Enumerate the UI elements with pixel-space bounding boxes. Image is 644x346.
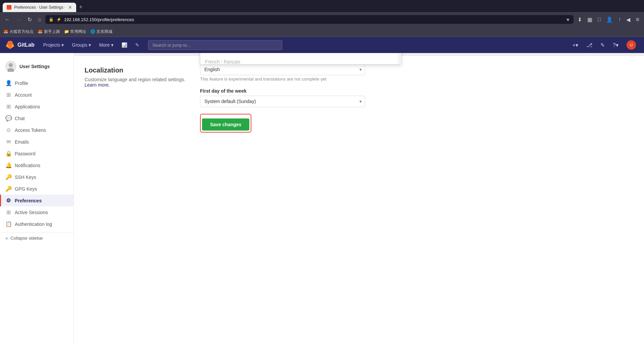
bookmark-item[interactable]: 📁 常用网址 — [64, 29, 86, 35]
nav-more[interactable]: More ▾ — [96, 40, 117, 50]
active-sessions-icon: ⊞ — [5, 209, 11, 215]
download-icon[interactable]: ⬇ — [576, 15, 584, 24]
week-label: First day of the week — [200, 88, 365, 94]
browser-chrome: Preferences · User Settings · ✕ + ← → ↻ … — [0, 0, 644, 37]
sidebar-avatar — [5, 61, 16, 72]
language-dropdown: Bulgarian - български Chinese, Simplifie… — [200, 53, 401, 64]
toolbar-right: ⬇ ▦ □ 👤 ↑ ◀ ≡ — [576, 15, 641, 24]
dropdown-scrollbar[interactable] — [398, 53, 401, 64]
nav-projects[interactable]: Projects ▾ — [40, 40, 67, 50]
user-avatar-button[interactable]: U — [624, 39, 639, 51]
ssh-keys-icon: 🔑 — [5, 174, 11, 180]
notifications-icon: 🔔 — [5, 162, 11, 168]
sidebar-item-label: Password — [15, 151, 35, 156]
preferences-icon: ⚙ — [5, 197, 11, 204]
chevron-down-icon: ▾ — [61, 42, 64, 48]
sidebar-item-gpg-keys[interactable]: 🔑 GPG Keys — [0, 183, 73, 195]
bookmark-item[interactable]: 🌐 京东商城 — [90, 29, 112, 35]
nav-groups[interactable]: Groups ▾ — [68, 40, 94, 50]
active-tab[interactable]: Preferences · User Settings · ✕ — [3, 3, 76, 12]
collapse-sidebar-button[interactable]: « Collapse sidebar — [0, 233, 73, 243]
extensions-icon[interactable]: ◀ — [624, 15, 632, 24]
sidebar-item-label: Notifications — [15, 163, 40, 168]
account-icon[interactable]: 👤 — [604, 15, 615, 24]
sidebar-item-emails[interactable]: ✉ Emails — [0, 136, 73, 148]
sidebar-item-label: Authentication log — [15, 221, 52, 227]
gitlab-search[interactable] — [148, 40, 282, 50]
save-changes-button[interactable]: Save changes — [202, 118, 249, 131]
sidebar-item-label: Applications — [15, 104, 40, 109]
learn-more-link[interactable]: Learn more. — [85, 82, 110, 88]
sidebar-item-notifications[interactable]: 🔔 Notifications — [0, 159, 73, 171]
search-input[interactable] — [148, 40, 282, 50]
emails-icon: ✉ — [5, 139, 11, 145]
sidebar-item-label: SSH Keys — [15, 175, 36, 180]
content-area: Localization Customize language and regi… — [74, 53, 644, 346]
nav-groups-label: Groups — [72, 42, 87, 48]
address-input[interactable] — [64, 17, 563, 22]
sidebar-item-active-sessions[interactable]: ⊞ Active Sessions — [0, 206, 73, 218]
bookmark-item[interactable]: 🦊 火狐官方站点 — [3, 29, 34, 35]
merge-requests-icon[interactable]: ⎇ — [584, 41, 595, 50]
tab-favicon — [7, 5, 11, 10]
dropdown-item-filipino[interactable]: Filipino — [200, 53, 401, 56]
chevron-down-icon: ▾ — [89, 42, 91, 48]
gitlab-header-right: +▾ ⎇ ✎ ?▾ U — [570, 39, 639, 51]
section-desc: Customize language and region related se… — [85, 77, 192, 88]
menu-icon[interactable]: ≡ — [634, 15, 641, 24]
content-with-dropdown: Localization Customize language and regi… — [85, 64, 365, 133]
chevron-down-icon: ▾ — [111, 42, 113, 48]
dropdown-item-french[interactable]: French - français — [200, 56, 401, 64]
sidebar-item-label: Chat — [15, 116, 25, 121]
sidebar-user: User Settings — [0, 58, 73, 77]
sidebar-item-access-tokens[interactable]: ⊙ Access Tokens — [0, 124, 73, 136]
password-icon: 🔒 — [5, 150, 11, 157]
sidebar-item-chat[interactable]: 💬 Chat — [0, 112, 73, 124]
add-button[interactable]: +▾ — [570, 41, 581, 50]
collapse-icon: « — [5, 236, 8, 241]
home-button[interactable]: ⌂ — [36, 15, 43, 24]
sidebar-item-ssh-keys[interactable]: 🔑 SSH Keys — [0, 171, 73, 183]
sidebar-item-applications[interactable]: ⊞ Applications — [0, 101, 73, 112]
gitlab-logo-text: GitLab — [17, 42, 35, 48]
sidebar-item-password[interactable]: 🔒 Password — [0, 148, 73, 159]
sidebar-item-account[interactable]: ⊞ Account — [0, 89, 73, 101]
gitlab-header: GitLab Projects ▾ Groups ▾ More ▾ 📊 ✎ +▾… — [0, 37, 644, 53]
sidebar-item-authentication-log[interactable]: 📋 Authentication log — [0, 218, 73, 230]
nav-chart[interactable]: 📊 — [118, 40, 131, 50]
applications-icon: ⊞ — [5, 103, 11, 110]
new-tab-button[interactable]: + — [76, 2, 85, 12]
back-button[interactable]: ← — [3, 15, 12, 24]
language-select-wrapper: English ▾ — [200, 64, 365, 75]
chat-icon: 💬 — [5, 115, 11, 121]
library-icon[interactable]: ▦ — [585, 15, 594, 24]
main-layout: User Settings 👤 Profile ⊞ Account ⊞ Appl… — [0, 53, 644, 346]
week-select[interactable]: System default (Sunday) — [200, 96, 365, 107]
tab-close-button[interactable]: ✕ — [68, 5, 72, 10]
gitlab-nav: Projects ▾ Groups ▾ More ▾ 📊 ✎ — [40, 40, 143, 50]
section-desc-text: Customize language and region related se… — [85, 77, 185, 82]
svg-point-3 — [9, 63, 13, 67]
refresh-button[interactable]: ↻ — [26, 15, 34, 24]
language-select[interactable]: English — [200, 64, 365, 75]
help-icon[interactable]: ?▾ — [610, 41, 621, 50]
forward-button[interactable]: → — [14, 15, 23, 24]
collapse-label: Collapse sidebar — [10, 236, 43, 241]
bookmark-item[interactable]: 🦊 新手上路 — [38, 29, 60, 35]
share-icon[interactable]: ↑ — [616, 15, 623, 24]
sidebar-item-preferences[interactable]: ⚙ Preferences — [0, 195, 73, 206]
tab-title: Preferences · User Settings · — [14, 5, 65, 10]
dropdown-item-label: French - français — [205, 59, 240, 64]
gitlab-logo[interactable]: GitLab — [5, 40, 35, 50]
address-bar[interactable]: 🔒 ⚡ ★ — [45, 15, 574, 24]
issues-icon[interactable]: ✎ — [598, 41, 607, 50]
secure-icon: 🔒 — [49, 17, 54, 22]
star-icon: ★ — [566, 17, 570, 22]
form-area: Bulgarian - български Chinese, Simplifie… — [200, 64, 365, 133]
sidebar-item-profile[interactable]: 👤 Profile — [0, 77, 73, 89]
content-inner: Localization Customize language and regi… — [74, 56, 376, 141]
sidebar-item-label: Account — [15, 92, 32, 98]
sync-icon[interactable]: □ — [596, 15, 603, 24]
nav-pencil[interactable]: ✎ — [132, 40, 143, 50]
sidebar-item-label: Emails — [15, 139, 29, 145]
